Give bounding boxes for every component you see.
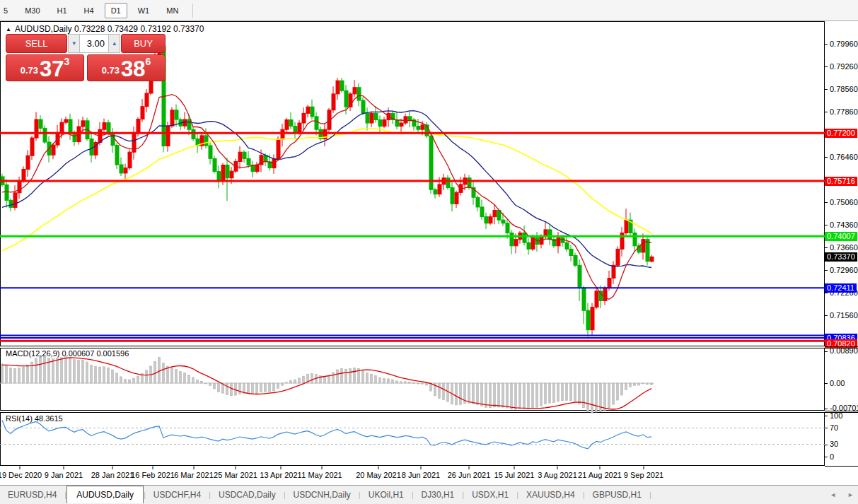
candle-body xyxy=(115,146,119,165)
chart-tab-xauusd-h4[interactable]: XAUUSD,H4 xyxy=(518,486,583,504)
macd-bar xyxy=(265,383,267,392)
volume-up-button[interactable]: ▲ xyxy=(108,34,120,53)
candle-body xyxy=(30,138,34,156)
macd-bar xyxy=(103,367,105,383)
macd-bar xyxy=(400,382,402,383)
candle-body xyxy=(510,233,514,246)
price-axis[interactable]: 0.799600.792600.785600.778600.764600.750… xyxy=(825,21,858,485)
macd-bar xyxy=(596,383,598,412)
buy-price-prefix: 0.73 xyxy=(102,65,120,76)
timeframe-button-h4[interactable]: H4 xyxy=(78,3,100,18)
buy-price-big: 38 xyxy=(121,60,145,78)
tab-separator: | xyxy=(649,491,651,499)
chart-tab-bar: EURUSD,H4|AUDUSD,Daily|USDCHF,H4|USDCAD,… xyxy=(0,485,858,504)
candle-body xyxy=(43,128,47,142)
timeframe-button-d1[interactable]: D1 xyxy=(105,3,127,18)
date-tick-label: 9 Jan 2021 xyxy=(45,471,83,479)
macd-bar xyxy=(439,383,441,399)
chart-tab-usdcad-daily[interactable]: USDCAD,Daily xyxy=(211,486,284,504)
chart-tab-dj30-h1[interactable]: DJ30,H1 xyxy=(414,486,463,504)
panel-separator-line xyxy=(825,412,858,413)
chart-svg: 19 Dec 20209 Jan 202128 Jan 202116 Feb 2… xyxy=(0,21,825,485)
timeframe-button-mn[interactable]: MN xyxy=(160,3,185,18)
candle-body xyxy=(294,127,297,133)
buy-button[interactable]: BUY xyxy=(121,34,166,53)
collapse-triangle-icon[interactable]: ▲ xyxy=(6,26,11,33)
candle-body xyxy=(612,265,615,278)
macd-bar xyxy=(99,367,101,383)
chart-tab-gbpusd-h1[interactable]: GBPUSD,H1 xyxy=(585,486,649,504)
timeframe-button-5[interactable]: 5 xyxy=(0,3,14,18)
macd-tick-mark xyxy=(825,409,828,409)
chart-tab-usdcnh-daily[interactable]: USDCNH,Daily xyxy=(286,486,359,504)
macd-bar xyxy=(625,383,627,390)
macd-bar xyxy=(443,383,445,400)
macd-bar xyxy=(651,383,653,385)
price-tick-mark xyxy=(825,157,828,158)
macd-bar xyxy=(61,358,63,383)
macd-bar xyxy=(91,365,93,383)
macd-bar xyxy=(27,365,29,383)
macd-bar xyxy=(621,383,623,395)
macd-bar xyxy=(124,379,127,383)
macd-bar xyxy=(218,383,220,392)
sell-price-button[interactable]: 0.73 37 3 xyxy=(6,54,84,81)
ma-slow-line xyxy=(2,129,651,251)
candle-body xyxy=(527,242,531,249)
candle-body xyxy=(9,200,13,207)
chevron-up-icon: ▲ xyxy=(112,40,117,47)
macd-bar xyxy=(523,383,526,409)
chart-tab-audusd-daily[interactable]: AUDUSD,Daily xyxy=(66,486,144,503)
candle-body xyxy=(281,129,284,139)
volume-input[interactable]: 3.00 xyxy=(80,34,108,53)
macd-bar xyxy=(231,383,233,396)
macd-bar xyxy=(18,368,21,383)
price-tick-label: 0.74360 xyxy=(830,221,858,230)
rsi-tick-mark xyxy=(825,457,828,457)
macd-bar xyxy=(341,368,343,383)
macd-bar xyxy=(413,382,415,383)
date-tick-label: 3 Aug 2021 xyxy=(538,471,577,479)
sell-button[interactable]: SELL xyxy=(6,34,67,53)
macd-bar xyxy=(188,375,190,383)
macd-bar xyxy=(290,380,292,383)
chart-tab-usdx-h1[interactable]: USDX,H1 xyxy=(464,486,516,504)
chart-canvas[interactable]: 19 Dec 20209 Jan 202128 Jan 202116 Feb 2… xyxy=(0,21,825,485)
volume-down-button[interactable]: ▼ xyxy=(68,34,80,53)
rsi-tick-label: 70 xyxy=(830,423,838,433)
date-tick-label: 8 Jun 2021 xyxy=(402,471,440,479)
candle-body xyxy=(128,152,132,168)
chart-tab-usdchf-h4[interactable]: USDCHF,H4 xyxy=(146,486,209,504)
macd-bar xyxy=(417,383,419,384)
candle-body xyxy=(646,240,649,262)
buy-price-button[interactable]: 0.73 38 6 xyxy=(87,54,166,81)
date-tick-label: 28 Jan 2021 xyxy=(91,471,134,479)
candle-body xyxy=(124,168,127,173)
candle-body xyxy=(5,184,8,200)
chart-tab-ukoil-h1[interactable]: UKOil,H1 xyxy=(361,486,412,504)
macd-bar xyxy=(405,382,407,383)
macd-bar xyxy=(256,383,258,394)
candle-body xyxy=(378,119,382,126)
candle-body xyxy=(582,288,586,310)
macd-bar xyxy=(557,383,560,402)
macd-bar xyxy=(248,383,250,393)
macd-bar xyxy=(422,383,424,384)
timeframe-button-h1[interactable]: H1 xyxy=(51,3,74,18)
timeframe-button-w1[interactable]: W1 xyxy=(132,3,156,18)
panel-separator-line xyxy=(825,466,858,467)
candle-body xyxy=(642,240,645,252)
macd-bar xyxy=(634,383,636,386)
chart-tab-eurusd-h4[interactable]: EURUSD,H4 xyxy=(0,486,64,504)
candle-body xyxy=(400,123,403,127)
macd-bar xyxy=(243,383,245,393)
macd-bar xyxy=(95,367,97,383)
timeframe-button-m30[interactable]: M30 xyxy=(18,3,46,18)
tab-scroll-left-icon[interactable]: ◄ xyxy=(830,491,836,498)
macd-bar xyxy=(502,383,504,407)
macd-bar xyxy=(549,383,551,403)
macd-bar xyxy=(337,370,339,383)
macd-bar xyxy=(498,383,500,407)
tab-scroll-right-icon[interactable]: ► xyxy=(847,491,854,498)
candle-body xyxy=(141,107,144,119)
